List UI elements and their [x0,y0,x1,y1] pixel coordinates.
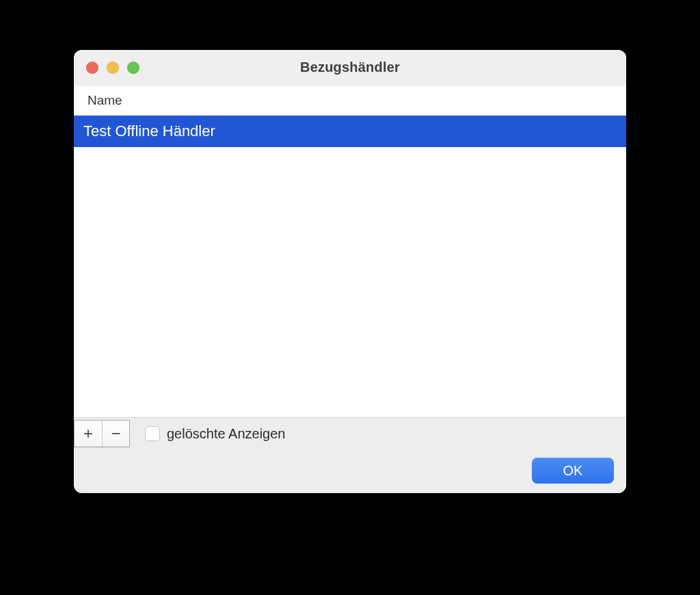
ok-button[interactable]: OK [532,458,614,484]
list-row[interactable]: Test Offline Händler [74,116,626,147]
minus-icon: − [111,425,120,442]
window-title: Bezugshändler [300,60,400,75]
show-deleted-checkbox[interactable] [145,426,160,441]
minimize-icon[interactable] [107,62,119,74]
add-remove-group: + − [74,420,130,447]
close-icon[interactable] [86,62,98,74]
table-header[interactable]: Name [74,85,626,116]
column-header-name[interactable]: Name [88,93,122,108]
plus-icon: + [83,425,93,442]
zoom-icon[interactable] [127,62,139,74]
list-row-name: Test Offline Händler [83,122,215,140]
dialog-actions: OK [74,449,626,484]
add-button[interactable]: + [75,421,102,447]
remove-button[interactable]: − [102,421,129,447]
ok-button-label: OK [563,463,583,479]
titlebar[interactable]: Bezugshändler [74,50,626,85]
list-area[interactable]: Test Offline Händler [74,116,626,417]
window-controls [86,62,139,74]
desktop: Bezugshändler Name Test Offline Händler … [0,0,700,595]
show-deleted-option[interactable]: gelöschte Anzeigen [145,426,285,442]
show-deleted-label: gelöschte Anzeigen [167,426,285,442]
toolbar: + − gelöschte Anzeigen [74,418,626,449]
bottom-panel: + − gelöschte Anzeigen OK [74,417,626,493]
dialog-window: Bezugshändler Name Test Offline Händler … [74,50,626,493]
